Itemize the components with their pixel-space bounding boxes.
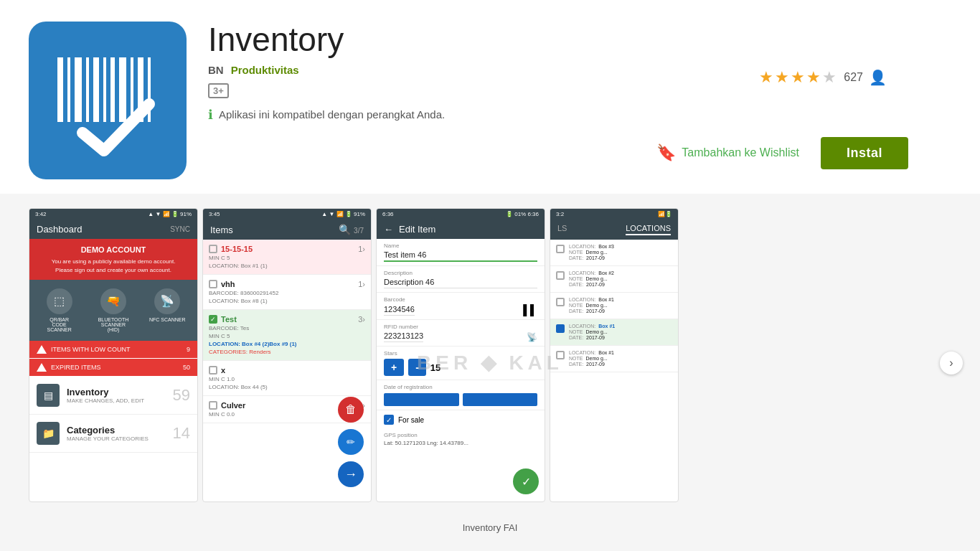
fab-delete-button[interactable]: 🗑 bbox=[338, 397, 364, 423]
ss2-item-1-name: 15-15-15 bbox=[221, 245, 253, 253]
ss1-menu-categories[interactable]: 📁 Categories MANAGE YOUR CATEGORIES 14 bbox=[29, 415, 197, 453]
ss2-item-3[interactable]: ✓ Test BARCODE: Tes MIN C 5 LOCATION: Bo… bbox=[203, 310, 371, 361]
gps-lat: Lat: 50.1271203 bbox=[384, 440, 425, 446]
fab-nav-button[interactable]: → bbox=[338, 461, 364, 487]
page-wrapper: Inventory BN Produktivitas 3+ ★ ★ ★ ★ ★ … bbox=[0, 0, 980, 551]
ss2-item-4-left: x MIN C 1.0 LOCATION: Box 44 (5) bbox=[209, 366, 268, 390]
ss4-checkbox-1[interactable] bbox=[556, 245, 565, 253]
categories-menu-text: Categories MANAGE YOUR CATEGORIES bbox=[67, 425, 166, 442]
ss4-note-row-5: NOTE Demo g... bbox=[569, 356, 672, 361]
ss4-loc-item-2[interactable]: LOCATION: Box #2 NOTE Demo g... DATE: 20… bbox=[550, 266, 678, 293]
fab-edit-button[interactable]: ✏ bbox=[338, 429, 364, 455]
star-3: ★ bbox=[791, 68, 805, 87]
alert-count-2: 50 bbox=[183, 364, 190, 371]
ss3-desc-field[interactable]: Description Description 46 bbox=[377, 266, 545, 293]
action-row: 🔖 Tambahkan ke Wishlist Instal bbox=[208, 137, 951, 169]
ss4-loc-content-3: LOCATION: Box #1 NOTE Demo g... DATE: 20… bbox=[569, 297, 672, 314]
app-publisher: BN bbox=[208, 64, 224, 76]
ss3-name-field[interactable]: Name Test item 46 bbox=[377, 239, 545, 266]
ss1-alert-low-count: ITEMS WITH LOW COUNT 9 bbox=[29, 341, 197, 358]
bluetooth-icon: 🔫 bbox=[100, 288, 126, 314]
ss1-menu-inventory[interactable]: ▤ Inventory MAKE CHANGES, ADD, EDIT 59 bbox=[29, 377, 197, 415]
ss2-item-1-arrow: 1› bbox=[358, 245, 365, 253]
ss4-note-row-3: NOTE Demo g... bbox=[569, 303, 672, 308]
ss2-item-4[interactable]: x MIN C 1.0 LOCATION: Box 44 (5) bbox=[203, 361, 371, 396]
ss2-item-1-loc: LOCATION: Box #1 (1) bbox=[209, 263, 268, 269]
ss2-item-4-minc: MIN C 1.0 bbox=[209, 376, 268, 382]
nfc-scan-icon: 📡 bbox=[527, 332, 537, 342]
ss4-checkbox-2[interactable] bbox=[556, 271, 565, 280]
ss3-date-field[interactable]: Date of registration bbox=[377, 380, 545, 410]
ss4-note-row-2: NOTE Demo g... bbox=[569, 276, 672, 281]
ss4-date-row-3: DATE: 2017-09 bbox=[569, 309, 672, 314]
ss4-status-bar: 3:2 📶🔋 bbox=[550, 209, 678, 220]
svg-rect-5 bbox=[103, 57, 106, 122]
ss2-item-2[interactable]: vhh BARCODE: 836000291452 LOCATION: Box … bbox=[203, 275, 371, 310]
name-value: Test item 46 bbox=[384, 250, 537, 262]
ss4-note-row-4: NOTE Demo g... bbox=[569, 329, 672, 334]
ss4-loc-row-2: LOCATION: Box #2 bbox=[569, 270, 672, 276]
ss4-tab1[interactable]: LS bbox=[557, 224, 567, 235]
ss4-loc-row-1: LOCATION: Box #3 bbox=[569, 244, 672, 249]
barcode-label: Barcode bbox=[384, 296, 537, 303]
gps-label: GPS position bbox=[384, 432, 537, 438]
ss4-checkbox-3[interactable] bbox=[556, 298, 565, 306]
ss2-item-3-left: ✓ Test BARCODE: Tes MIN C 5 LOCATION: Bo… bbox=[209, 315, 297, 355]
ss3-signal: 🔋 01% 6:36 bbox=[506, 211, 539, 217]
nfc-scanner-icon-item: 📡 NFC SCANNER bbox=[142, 288, 193, 332]
ss2-container: 3:45 ▲ ▼ 📶 🔋 91% Items 🔍 3/7 bbox=[203, 209, 371, 501]
ss1-icons-row: ⬚ QR/BAR CODE SCANNER 🔫 BLUETOOTH SCANNE… bbox=[29, 280, 197, 341]
ss2-status-bar: 3:45 ▲ ▼ 📶 🔋 91% bbox=[203, 209, 371, 220]
alert-triangle-icon-2 bbox=[37, 363, 47, 372]
ss4-checkbox-5[interactable] bbox=[556, 351, 565, 359]
ss4-loc-item-3[interactable]: LOCATION: Box #1 NOTE Demo g... DATE: 20… bbox=[550, 293, 678, 319]
rfid-value: 223213123 bbox=[384, 331, 423, 342]
ss2-item-2-left: vhh BARCODE: 836000291452 LOCATION: Box … bbox=[209, 280, 278, 304]
install-button[interactable]: Instal bbox=[821, 137, 908, 169]
inventory-label: Inventory bbox=[67, 387, 166, 397]
ss3-barcode-field[interactable]: Barcode 1234546 ▌▌ bbox=[377, 293, 545, 320]
qr-scanner-icon-item: ⬚ QR/BAR CODE SCANNER bbox=[34, 288, 85, 332]
ss4-loc-content-4: LOCATION: Box #1 NOTE Demo g... DATE: 20… bbox=[569, 324, 672, 341]
ss3-rfid-field[interactable]: RFID number 223213123 📡 bbox=[377, 320, 545, 347]
fab-save-button[interactable]: ✓ bbox=[513, 468, 539, 494]
ss2-item-3-loc: LOCATION: Box #4 (2)Box #9 (1) bbox=[209, 341, 297, 347]
ss4-date-row-4: DATE: 2017-09 bbox=[569, 335, 672, 340]
ss2-item-3-barcode: BARCODE: Tes bbox=[209, 325, 297, 331]
ss4-checkbox-4[interactable] bbox=[556, 324, 565, 333]
svg-rect-7 bbox=[119, 57, 126, 122]
ss4-signal: 📶🔋 bbox=[658, 211, 672, 217]
alert-text-1: ITEMS WITH LOW COUNT bbox=[51, 346, 131, 353]
ss1-signal: ▲ ▼ 📶 🔋 91% bbox=[148, 211, 192, 217]
ss2-item-3-top: ✓ Test BARCODE: Tes MIN C 5 LOCATION: Bo… bbox=[209, 315, 365, 355]
back-icon: ← bbox=[384, 224, 393, 235]
screenshot-3: 6:36 🔋 01% 6:36 ← Edit Item Name Test it… bbox=[376, 208, 545, 502]
user-icon: 👤 bbox=[869, 69, 887, 86]
ss4-loc-content-2: LOCATION: Box #2 NOTE Demo g... DATE: 20… bbox=[569, 270, 672, 288]
alert-left-1: ITEMS WITH LOW COUNT bbox=[37, 345, 131, 354]
ss1-sync: SYNC bbox=[170, 225, 190, 233]
ss2-item-1[interactable]: 15-15-15 MIN C 5 LOCATION: Box #1 (1) 1› bbox=[203, 240, 371, 275]
ss4-loc-item-1[interactable]: LOCATION: Box #3 NOTE Demo g... DATE: 20… bbox=[550, 240, 678, 266]
screenshot-2: 3:45 ▲ ▼ 📶 🔋 91% Items 🔍 3/7 bbox=[202, 208, 372, 502]
ss2-item-5-name: Culver bbox=[221, 401, 245, 410]
stars-plus-button[interactable]: - bbox=[408, 359, 426, 376]
forsale-checkbox[interactable]: ✓ bbox=[384, 415, 394, 425]
ss3-status-bar: 6:36 🔋 01% 6:36 bbox=[377, 209, 545, 220]
stars-minus-button[interactable]: + bbox=[384, 359, 404, 376]
desc-value: Description 46 bbox=[384, 278, 537, 288]
ss1-title: Dashboard bbox=[37, 224, 83, 235]
categories-sub: MANAGE YOUR CATEGORIES bbox=[67, 435, 166, 442]
ss4-time: 3:2 bbox=[556, 211, 564, 217]
ss2-search-icon: 🔍 3/7 bbox=[339, 224, 364, 235]
ss4-loc-item-5[interactable]: LOCATION: Box #1 NOTE Demo g... DATE: 20… bbox=[550, 346, 678, 372]
stars: ★ ★ ★ ★ ★ bbox=[759, 68, 837, 87]
wishlist-button[interactable]: 🔖 Tambahkan ke Wishlist bbox=[656, 143, 799, 162]
svg-rect-8 bbox=[131, 57, 133, 122]
ss2-item-2-top: vhh BARCODE: 836000291452 LOCATION: Box … bbox=[209, 280, 365, 304]
ss3-forsale-row[interactable]: ✓ For sale bbox=[377, 410, 545, 429]
ss4-loc-content-5: LOCATION: Box #1 NOTE Demo g... DATE: 20… bbox=[569, 350, 672, 367]
demo-title: DEMO ACCOUNT bbox=[34, 245, 193, 255]
ss4-tab2[interactable]: LOCATIONS bbox=[626, 224, 671, 235]
ss4-loc-item-4[interactable]: LOCATION: Box #1 NOTE Demo g... DATE: 20… bbox=[550, 319, 678, 346]
